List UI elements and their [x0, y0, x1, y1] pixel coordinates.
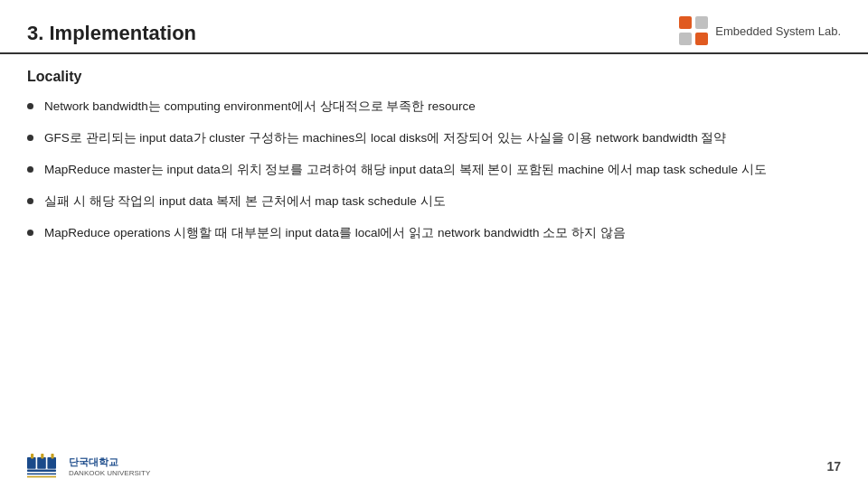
bullet-dot [27, 135, 33, 141]
bullet-list: Network bandwidth는 computing environment… [27, 98, 841, 243]
footer: 단국대학교 DANKOOK UNIVERSITY 17 [0, 454, 868, 479]
list-item: GFS로 관리되는 input data가 cluster 구성하는 machi… [27, 129, 841, 148]
bullet-text: MapReduce master는 input data의 위치 정보를 고려하… [44, 161, 841, 180]
university-logo: 단국대학교 DANKOOK UNIVERSITY [27, 454, 150, 479]
university-korean: 단국대학교 [69, 455, 150, 469]
university-logo-icon [27, 454, 63, 479]
slide: 3. Implementation Embedded System Lab. L… [0, 0, 868, 488]
bullet-dot [27, 198, 33, 204]
svg-rect-1 [695, 16, 708, 29]
section-title: Locality [0, 63, 868, 94]
bullet-dot [27, 166, 33, 173]
lab-logo-text: Embedded System Lab. [715, 24, 841, 38]
svg-rect-11 [27, 474, 56, 475]
bullet-text: MapReduce operations 시행할 때 대부분의 input da… [44, 224, 841, 243]
bullet-dot [27, 103, 33, 109]
svg-rect-5 [37, 457, 46, 469]
svg-rect-0 [679, 16, 692, 29]
content-area: Network bandwidth는 computing environment… [0, 94, 868, 243]
svg-rect-3 [695, 33, 708, 45]
header: 3. Implementation Embedded System Lab. [0, 0, 868, 54]
svg-rect-6 [47, 457, 56, 469]
list-item: MapReduce operations 시행할 때 대부분의 input da… [27, 224, 841, 243]
list-item: MapReduce master는 input data의 위치 정보를 고려하… [27, 161, 841, 180]
bullet-text: 실패 시 해당 작업의 input data 복제 본 근처에서 map tas… [44, 192, 841, 211]
lab-logo-icon [679, 16, 708, 45]
page-number: 17 [826, 459, 841, 474]
logo-area: Embedded System Lab. [679, 16, 841, 45]
slide-title: 3. Implementation [27, 22, 196, 45]
university-english: DANKOOK UNIVERSITY [69, 469, 150, 477]
svg-rect-7 [31, 454, 33, 459]
list-item: Network bandwidth는 computing environment… [27, 98, 841, 117]
bullet-text: GFS로 관리되는 input data가 cluster 구성하는 machi… [44, 129, 841, 148]
svg-rect-4 [27, 457, 36, 469]
svg-rect-2 [679, 33, 692, 45]
university-name: 단국대학교 DANKOOK UNIVERSITY [69, 455, 150, 477]
list-item: 실패 시 해당 작업의 input data 복제 본 근처에서 map tas… [27, 192, 841, 211]
bullet-dot [27, 230, 33, 236]
bullet-text: Network bandwidth는 computing environment… [44, 98, 841, 117]
svg-rect-12 [27, 476, 56, 478]
svg-rect-10 [27, 470, 56, 472]
svg-rect-9 [51, 454, 53, 459]
svg-rect-8 [41, 454, 43, 459]
